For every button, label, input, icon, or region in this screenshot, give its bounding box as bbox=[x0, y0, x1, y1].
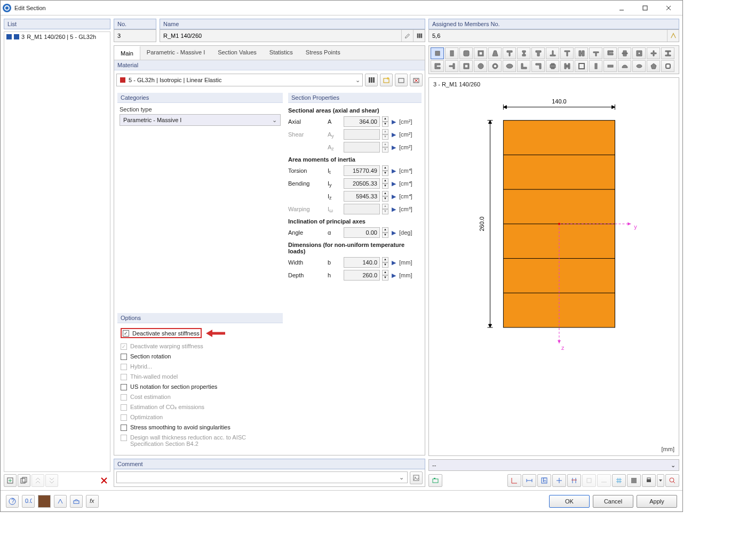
shape-button[interactable] bbox=[603, 60, 617, 72]
view-axes-button[interactable] bbox=[507, 474, 521, 487]
view-stress-button[interactable] bbox=[567, 474, 581, 487]
shape-button[interactable] bbox=[618, 60, 631, 72]
shape-button[interactable] bbox=[431, 60, 444, 72]
prop-value-input[interactable]: 364.00 bbox=[344, 116, 380, 127]
view-principal-button[interactable] bbox=[552, 474, 566, 487]
prop-value-input[interactable]: 140.0 bbox=[344, 257, 380, 268]
tab-stress-points[interactable]: Stress Points bbox=[299, 46, 347, 60]
material-library-button[interactable] bbox=[365, 74, 378, 86]
checkbox-icon[interactable] bbox=[121, 425, 127, 431]
color-swatch-button[interactable] bbox=[38, 495, 51, 508]
shape-button[interactable] bbox=[531, 60, 545, 72]
copy-item-button[interactable] bbox=[18, 474, 30, 487]
material-new-button[interactable] bbox=[380, 74, 393, 86]
shape-button[interactable] bbox=[560, 47, 574, 59]
spinner[interactable]: ▲▼ bbox=[382, 191, 388, 202]
go-arrow-icon[interactable]: ▶ bbox=[391, 118, 397, 125]
shape-button[interactable] bbox=[647, 60, 660, 72]
prop-value-input[interactable]: 5945.33 bbox=[344, 191, 380, 202]
shape-button[interactable] bbox=[459, 60, 473, 72]
list-item[interactable]: 3 R_M1 140/260 | 5 - GL32h bbox=[5, 33, 109, 41]
shape-button[interactable] bbox=[474, 60, 487, 72]
checkbox-icon[interactable] bbox=[121, 354, 127, 360]
close-button[interactable] bbox=[657, 1, 680, 15]
go-arrow-icon[interactable]: ▶ bbox=[391, 229, 397, 236]
ok-button[interactable]: OK bbox=[549, 495, 590, 508]
shape-button[interactable] bbox=[488, 60, 502, 72]
go-arrow-icon[interactable]: ▶ bbox=[391, 259, 397, 266]
units-button[interactable]: 0.00 bbox=[22, 495, 35, 508]
assigned-input[interactable] bbox=[429, 30, 667, 42]
tab-parametric[interactable]: Parametric - Massive I bbox=[140, 46, 211, 60]
calc-button-2[interactable] bbox=[70, 495, 83, 508]
shape-button[interactable] bbox=[632, 60, 646, 72]
go-arrow-icon[interactable]: ▶ bbox=[391, 167, 397, 174]
shape-button[interactable] bbox=[647, 47, 660, 59]
comment-attach-button[interactable] bbox=[410, 471, 423, 484]
shape-button[interactable] bbox=[560, 60, 574, 72]
prop-value-input[interactable]: 20505.33 bbox=[344, 178, 380, 189]
go-arrow-icon[interactable]: ▶ bbox=[391, 272, 397, 279]
shape-button[interactable] bbox=[503, 47, 516, 59]
shape-button[interactable] bbox=[445, 60, 458, 72]
material-select[interactable]: 5 - GL32h | Isotropic | Linear Elastic ⌄ bbox=[116, 74, 363, 86]
shape-button[interactable] bbox=[474, 47, 487, 59]
shape-button[interactable] bbox=[431, 47, 444, 59]
shape-button[interactable] bbox=[603, 47, 617, 59]
go-arrow-icon[interactable]: ▶ bbox=[391, 193, 397, 200]
pick-members-button[interactable] bbox=[667, 30, 679, 42]
shape-button[interactable] bbox=[546, 47, 559, 59]
help-button[interactable]: ? bbox=[6, 495, 19, 508]
go-arrow-icon[interactable]: ▶ bbox=[391, 180, 397, 187]
shape-button[interactable] bbox=[618, 47, 631, 59]
shape-button[interactable] bbox=[589, 60, 602, 72]
tab-main[interactable]: Main bbox=[114, 46, 140, 60]
script-button[interactable]: fx bbox=[86, 495, 99, 508]
checkbox-icon[interactable] bbox=[123, 330, 129, 337]
delete-item-button[interactable] bbox=[98, 474, 110, 487]
shape-button[interactable] bbox=[589, 47, 602, 59]
shape-button[interactable] bbox=[459, 47, 473, 59]
new-item-button[interactable] bbox=[4, 474, 17, 487]
shape-button[interactable] bbox=[575, 60, 588, 72]
shape-button[interactable] bbox=[575, 47, 588, 59]
shape-button[interactable] bbox=[488, 47, 502, 59]
prop-value-input[interactable]: 15770.49 bbox=[344, 165, 380, 176]
view-dimensions-button[interactable] bbox=[522, 474, 536, 487]
shape-button[interactable] bbox=[517, 60, 530, 72]
shape-button[interactable] bbox=[546, 60, 559, 72]
find-button[interactable] bbox=[665, 474, 679, 487]
option-2[interactable]: Section rotation bbox=[120, 351, 281, 362]
shape-button[interactable] bbox=[531, 47, 545, 59]
tab-statistics[interactable]: Statistics bbox=[263, 46, 299, 60]
minimize-button[interactable] bbox=[610, 1, 633, 15]
cancel-button[interactable]: Cancel bbox=[593, 495, 633, 508]
material-edit-button[interactable] bbox=[395, 74, 408, 86]
apply-button[interactable]: Apply bbox=[637, 495, 677, 508]
section-type-select[interactable]: Parametric - Massive I ⌄ bbox=[120, 114, 281, 126]
spinner[interactable]: ▲▼ bbox=[382, 116, 388, 127]
print-button[interactable] bbox=[642, 474, 656, 487]
preview-screenshot-button[interactable] bbox=[428, 474, 442, 487]
shape-button[interactable] bbox=[503, 60, 516, 72]
comment-input[interactable]: ⌄ bbox=[116, 471, 408, 483]
prop-value-input[interactable]: 260.0 bbox=[344, 270, 380, 281]
shape-button[interactable] bbox=[632, 47, 646, 59]
shape-button[interactable] bbox=[661, 47, 674, 59]
view-solid-button[interactable] bbox=[627, 474, 641, 487]
library-button[interactable] bbox=[413, 30, 425, 42]
edit-name-button[interactable] bbox=[401, 30, 413, 42]
option-0[interactable]: Deactivate shear stiffness bbox=[120, 326, 281, 341]
print-menu-button[interactable] bbox=[657, 474, 664, 487]
spinner[interactable]: ▲▼ bbox=[382, 227, 388, 238]
spinner[interactable]: ▲▼ bbox=[382, 270, 388, 281]
shape-button[interactable] bbox=[445, 47, 458, 59]
prop-value-input[interactable]: 0.00 bbox=[344, 227, 380, 238]
view-grid-button[interactable] bbox=[612, 474, 626, 487]
shape-button[interactable] bbox=[517, 47, 530, 59]
name-input[interactable] bbox=[160, 30, 401, 42]
checkbox-icon[interactable] bbox=[121, 384, 127, 390]
spinner[interactable]: ▲▼ bbox=[382, 178, 388, 189]
option-5[interactable]: US notation for section properties bbox=[120, 382, 281, 392]
section-preview[interactable]: 3 - R_M1 140/260 140.0 bbox=[428, 77, 679, 456]
